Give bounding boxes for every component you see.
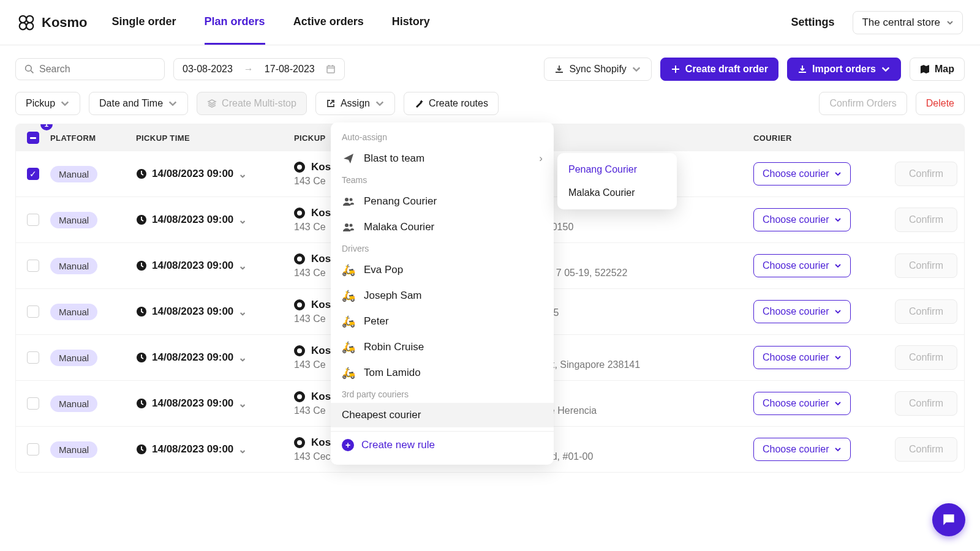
- store-selector[interactable]: The central store: [853, 11, 963, 34]
- dd-driver-joseph[interactable]: 🛵Joseph Sam: [331, 283, 554, 309]
- create-draft-order-button[interactable]: Create draft order: [660, 58, 778, 81]
- import-orders-button[interactable]: Import orders: [787, 58, 901, 81]
- choose-courier-button[interactable]: Choose courier: [753, 438, 851, 461]
- settings-link[interactable]: Settings: [791, 16, 834, 29]
- dd-section-autoassign: Auto-assign: [331, 129, 554, 146]
- svg-point-2: [20, 23, 26, 29]
- scooter-icon: 🛵: [342, 289, 355, 302]
- create-routes-button[interactable]: Create routes: [404, 92, 499, 115]
- pickup-dot-icon: [294, 437, 305, 448]
- search-icon: [24, 64, 34, 75]
- pickup-time-cell[interactable]: 14/08/2023 09:00 ⌄: [136, 168, 294, 181]
- nav-plan-orders[interactable]: Plan orders: [205, 15, 265, 45]
- chat-icon: [941, 512, 957, 528]
- map-icon: [920, 64, 930, 74]
- row-checkbox[interactable]: ✓: [27, 168, 39, 180]
- row-checkbox[interactable]: [27, 443, 39, 455]
- dd-driver-peter[interactable]: 🛵Peter: [331, 309, 554, 334]
- sync-shopify-button[interactable]: Sync Shopify: [544, 58, 651, 81]
- svg-point-4: [26, 66, 32, 72]
- clock-icon: [136, 306, 147, 317]
- chevron-down-icon: [834, 216, 842, 223]
- pickup-time-cell[interactable]: 14/08/2023 09:00 ⌄: [136, 260, 294, 272]
- select-all-checkbox[interactable]: [27, 132, 39, 144]
- row-checkbox[interactable]: [27, 260, 39, 272]
- nav-history[interactable]: History: [392, 15, 430, 45]
- chevron-down-icon: [881, 64, 891, 74]
- delete-button[interactable]: Delete: [916, 92, 965, 115]
- nav-active-orders[interactable]: Active orders: [293, 15, 364, 45]
- dd-driver-tom[interactable]: 🛵Tom Lamido: [331, 360, 554, 386]
- pickup-name: Kos: [311, 391, 331, 403]
- plus-icon: [671, 64, 680, 74]
- chevron-down-icon: [631, 64, 641, 74]
- date-from: 03-08-2023: [183, 64, 233, 75]
- search-input[interactable]: [39, 64, 156, 75]
- pickup-time-cell[interactable]: 14/08/2023 09:00 ⌄: [136, 397, 294, 410]
- assign-dropdown: Auto-assign Blast to team › Teams Penang…: [331, 122, 554, 465]
- search-input-wrap[interactable]: [15, 58, 165, 80]
- magic-wand-icon: [414, 99, 424, 108]
- submenu-malaka[interactable]: Malaka Courier: [557, 181, 677, 204]
- nav-single-order[interactable]: Single order: [112, 15, 176, 45]
- dd-team-penang[interactable]: Penang Courier: [331, 189, 554, 214]
- choose-courier-button[interactable]: Choose courier: [753, 346, 851, 369]
- chevron-down-icon: ⌄: [238, 305, 247, 318]
- row-checkbox[interactable]: [27, 305, 39, 318]
- choose-courier-button[interactable]: Choose courier: [753, 208, 851, 231]
- app-header: Kosmo Single order Plan orders Active or…: [0, 0, 980, 45]
- dd-team-malaka[interactable]: Malaka Courier: [331, 214, 554, 240]
- confirm-button: Confirm: [895, 437, 957, 462]
- platform-badge: Manual: [50, 395, 97, 412]
- choose-courier-button[interactable]: Choose courier: [753, 254, 851, 277]
- dd-blast-to-team[interactable]: Blast to team ›: [331, 146, 554, 171]
- pickup-dot-icon: [294, 299, 305, 310]
- pickup-time-cell[interactable]: 14/08/2023 09:00 ⌄: [136, 214, 294, 227]
- col-courier: COURIER: [753, 133, 888, 143]
- date-to: 17-08-2023: [265, 64, 315, 75]
- svg-point-13: [345, 198, 349, 201]
- scooter-icon: 🛵: [342, 366, 355, 380]
- assign-icon: [326, 99, 336, 108]
- pickup-time-cell[interactable]: 14/08/2023 09:00 ⌄: [136, 305, 294, 318]
- scooter-icon: 🛵: [342, 263, 355, 277]
- clock-icon: [136, 352, 147, 363]
- pickup-filter[interactable]: Pickup: [15, 92, 80, 115]
- chevron-down-icon: [834, 170, 842, 178]
- clock-icon: [136, 214, 147, 225]
- confirm-button: Confirm: [895, 345, 957, 370]
- row-checkbox[interactable]: [27, 214, 39, 226]
- dd-driver-eva[interactable]: 🛵Eva Pop: [331, 257, 554, 283]
- arrow-right-icon: →: [244, 64, 254, 75]
- datetime-filter[interactable]: Date and Time: [89, 92, 188, 115]
- pickup-time-cell[interactable]: 14/08/2023 09:00 ⌄: [136, 351, 294, 364]
- pickup-time-cell[interactable]: 14/08/2023 09:00 ⌄: [136, 443, 294, 456]
- dd-driver-robin[interactable]: 🛵Robin Cruise: [331, 334, 554, 360]
- dd-create-new-rule[interactable]: + Create new rule: [331, 431, 554, 459]
- assign-button[interactable]: Assign: [315, 92, 395, 115]
- choose-courier-button[interactable]: Choose courier: [753, 162, 851, 186]
- row-checkbox[interactable]: [27, 397, 39, 410]
- map-button[interactable]: Map: [910, 58, 965, 81]
- date-range-picker[interactable]: 03-08-2023 → 17-08-2023: [173, 58, 345, 80]
- dd-section-drivers: Drivers: [331, 240, 554, 257]
- platform-badge: Manual: [50, 350, 97, 366]
- store-selected: The central store: [862, 17, 940, 29]
- pickup-dot-icon: [294, 253, 305, 264]
- dd-cheapest-courier[interactable]: Cheapest courier: [331, 403, 554, 427]
- confirm-button: Confirm: [895, 162, 957, 186]
- submenu-penang[interactable]: Penang Courier: [557, 158, 677, 181]
- clock-icon: [136, 260, 147, 271]
- row-checkbox[interactable]: [27, 351, 39, 364]
- clock-icon: [136, 444, 147, 455]
- chat-fab[interactable]: [932, 503, 965, 536]
- choose-courier-button[interactable]: Choose courier: [753, 300, 851, 323]
- choose-courier-button[interactable]: Choose courier: [753, 392, 851, 415]
- chevron-down-icon: [60, 99, 70, 108]
- col-platform: PLATFORM: [50, 133, 136, 143]
- col-pickup-time: PICKUP TIME: [136, 133, 294, 143]
- platform-badge: Manual: [50, 258, 97, 274]
- clock-icon: [136, 398, 147, 409]
- chevron-down-icon: [834, 262, 842, 269]
- platform-badge: Manual: [50, 441, 97, 458]
